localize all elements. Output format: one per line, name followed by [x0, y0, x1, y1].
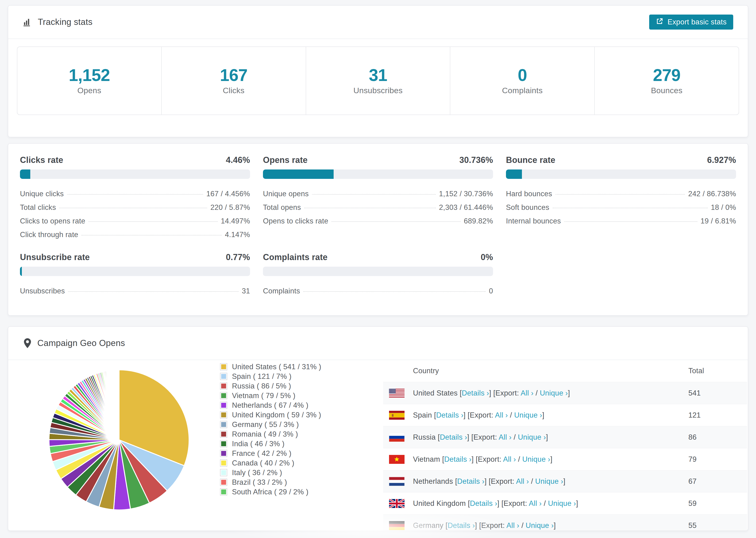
export-unique-link[interactable]: Unique ›	[518, 433, 546, 441]
country-name: Netherlands	[413, 477, 453, 485]
export-unique-link[interactable]: Unique ›	[548, 499, 576, 508]
column-total: Total	[688, 367, 704, 375]
export-unique-link[interactable]: Unique ›	[526, 521, 554, 529]
country-cell: Vietnam [Details ›] [Export: All › / Uni…	[413, 455, 553, 463]
stat-label: Unsubscribes	[353, 85, 403, 96]
geo-pie-legend: United States ( 541 / 31% ) Spain ( 121 …	[220, 362, 321, 497]
geo-table-row-es: Spain [Details ›] [Export: All › / Uniqu…	[383, 404, 747, 426]
export-all-link[interactable]: All ›	[507, 521, 519, 529]
legend-swatch	[220, 479, 227, 486]
stat-value: 167	[220, 66, 247, 84]
rate-row-label: Unique opens	[263, 190, 309, 198]
rates-card: Clicks rate 4.46% Unique clicks 167 / 4.…	[8, 143, 748, 316]
flag-us-icon	[389, 389, 405, 398]
export-all-link[interactable]: All ›	[503, 455, 516, 463]
export-unique-link[interactable]: Unique ›	[535, 477, 564, 485]
pie-svg	[46, 367, 192, 512]
details-link[interactable]: Details ›	[448, 521, 475, 529]
legend-label: Spain ( 121 / 7% )	[232, 372, 292, 381]
export-basic-stats-button[interactable]: Export basic stats	[649, 15, 733, 29]
dotted-leader	[67, 194, 203, 194]
rate-value: 6.927%	[707, 155, 736, 165]
flag-vn-icon	[389, 455, 405, 464]
rate-title: Complaints rate	[263, 252, 328, 262]
geo-table-row-gb: United Kingdom [Details ›] [Export: All …	[383, 492, 747, 514]
stat-label: Clicks	[223, 85, 244, 96]
country-name: United Kingdom	[413, 499, 466, 508]
details-link[interactable]: Details ›	[457, 477, 484, 485]
rate-progress-fill	[20, 267, 22, 276]
rate-row-value: 220 / 5.87%	[210, 203, 250, 212]
rate-row: Complaints 0	[263, 287, 493, 300]
details-link[interactable]: Details ›	[436, 411, 463, 419]
export-all-link[interactable]: All ›	[499, 433, 512, 441]
rate-row: Unsubscribes 31	[20, 287, 250, 300]
rate-row-value: 31	[242, 287, 250, 295]
details-link[interactable]: Details ›	[440, 433, 467, 441]
rate-title: Opens rate	[263, 155, 307, 165]
rate-progress-track	[263, 170, 493, 179]
rate-progress-track	[506, 170, 736, 179]
legend-item-spain: Spain ( 121 / 7% )	[220, 372, 321, 381]
total-cell: 59	[688, 499, 747, 508]
export-unique-link[interactable]: Unique ›	[522, 455, 550, 463]
export-unique-link[interactable]: Unique ›	[540, 389, 568, 397]
rate-row-value: 4.147%	[225, 231, 250, 239]
dotted-leader	[304, 208, 436, 208]
export-all-link[interactable]: All ›	[495, 411, 508, 419]
dotted-leader	[332, 221, 460, 222]
flag-ru-icon	[389, 433, 405, 442]
total-cell: 121	[688, 411, 747, 419]
tracking-stats-header: Tracking stats Export basic stats	[8, 6, 748, 39]
rate-row: Hard bounces 242 / 86.738%	[506, 190, 736, 203]
dotted-leader	[556, 194, 685, 194]
rate-title: Clicks rate	[20, 155, 63, 165]
legend-item-united-states: United States ( 541 / 31% )	[220, 362, 321, 372]
column-country: Country	[413, 367, 439, 375]
rate-title: Unsubscribe rate	[20, 252, 90, 262]
rate-row-value: 1,152 / 30.736%	[439, 190, 493, 198]
rate-progress-fill	[20, 170, 30, 179]
rate-row-label: Hard bounces	[506, 190, 552, 198]
legend-label: Canada ( 40 / 2% )	[232, 459, 295, 467]
rate-row: Total opens 2,303 / 61.446%	[263, 203, 493, 217]
legend-label: South Africa ( 29 / 2% )	[232, 488, 308, 496]
rate-row-label: Complaints	[263, 287, 300, 295]
total-cell: 67	[688, 477, 747, 486]
rate-row-value: 242 / 86.738%	[688, 190, 736, 198]
rate-row: Internal bounces 19 / 6.81%	[506, 217, 736, 231]
legend-label: Brazil ( 33 / 2% )	[232, 478, 287, 487]
legend-swatch	[220, 430, 227, 438]
legend-item-india: India ( 46 / 3% )	[220, 439, 321, 449]
country-cell: Spain [Details ›] [Export: All › / Uniqu…	[413, 411, 544, 419]
legend-item-united-kingdom: United Kingdom ( 59 / 3% )	[220, 410, 321, 420]
dotted-leader	[88, 221, 217, 222]
export-all-link[interactable]: All ›	[516, 477, 529, 485]
legend-swatch	[220, 382, 227, 390]
export-all-link[interactable]: All ›	[521, 389, 534, 397]
details-link[interactable]: Details ›	[470, 499, 497, 508]
geo-title-wrap: Campaign Geo Opens	[23, 338, 125, 349]
rate-row: Click through rate 4.147%	[20, 231, 250, 244]
rate-row: Unique clicks 167 / 4.456%	[20, 190, 250, 203]
rate-row: Total clicks 220 / 5.87%	[20, 203, 250, 217]
total-cell: 541	[688, 389, 747, 398]
legend-label: France ( 42 / 2% )	[232, 449, 292, 458]
rate-progress-track	[20, 170, 250, 179]
stat-label: Bounces	[651, 85, 682, 96]
export-unique-link[interactable]: Unique ›	[514, 411, 542, 419]
rate-row-value: 0	[489, 287, 493, 295]
rate-title: Bounce rate	[506, 155, 555, 165]
country-name: United States	[413, 389, 458, 397]
rate-row-label: Total clicks	[20, 203, 56, 212]
export-all-link[interactable]: All ›	[529, 499, 542, 508]
rate-row-label: Click through rate	[20, 231, 78, 239]
legend-swatch	[220, 363, 227, 370]
country-name: Vietnam	[413, 455, 440, 463]
stat-box-unsubscribes: 31 Unsubscribes	[306, 47, 451, 115]
geo-table-row-ru: Russia [Details ›] [Export: All › / Uniq…	[383, 426, 747, 448]
details-link[interactable]: Details ›	[444, 455, 471, 463]
details-link[interactable]: Details ›	[462, 389, 489, 397]
bar-chart-icon	[23, 17, 33, 27]
rate-panel-unsubscribe-rate: Unsubscribe rate 0.77% Unsubscribes 31	[20, 252, 250, 300]
